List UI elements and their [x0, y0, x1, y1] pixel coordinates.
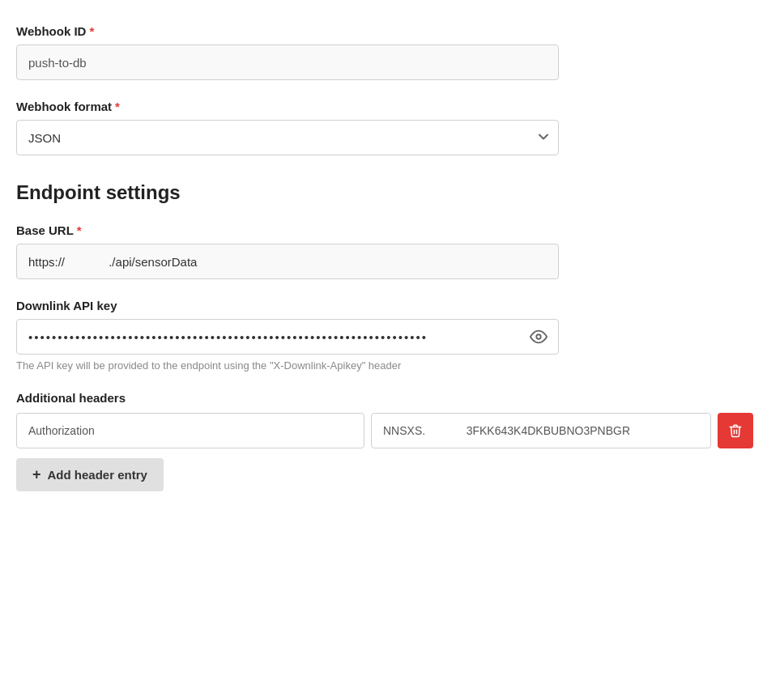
- base-url-input[interactable]: [16, 244, 559, 279]
- webhook-format-wrapper: JSON XML Plain Text: [16, 120, 559, 155]
- add-header-entry-button[interactable]: + Add header entry: [16, 458, 164, 491]
- webhook-format-label-text: Webhook format: [16, 100, 112, 113]
- base-url-required-star: *: [77, 223, 82, 237]
- additional-headers-label: Additional headers: [16, 391, 768, 405]
- downlink-api-key-wrapper: [16, 319, 559, 355]
- delete-header-button[interactable]: [718, 413, 753, 448]
- additional-headers-section: Additional headers + Add header entry: [16, 391, 768, 491]
- webhook-format-required-star: *: [115, 100, 120, 113]
- downlink-api-key-label: Downlink API key: [16, 299, 768, 312]
- webhook-id-required-star: *: [89, 24, 94, 38]
- trash-icon: [728, 423, 743, 438]
- base-url-label: Base URL *: [16, 223, 768, 237]
- base-url-section: Base URL *: [16, 223, 768, 279]
- downlink-api-key-label-text: Downlink API key: [16, 299, 117, 312]
- base-url-label-text: Base URL: [16, 223, 74, 237]
- webhook-format-section: Webhook format * JSON XML Plain Text: [16, 100, 768, 155]
- webhook-id-label-text: Webhook ID: [16, 24, 86, 38]
- webhook-format-label: Webhook format *: [16, 100, 768, 113]
- add-header-entry-label: Add header entry: [48, 468, 147, 482]
- plus-icon: +: [32, 466, 41, 483]
- webhook-id-input[interactable]: [16, 45, 559, 80]
- downlink-api-key-section: Downlink API key The API key will be pro…: [16, 299, 768, 372]
- header-row: [16, 413, 768, 448]
- webhook-id-label: Webhook ID *: [16, 24, 768, 38]
- webhook-id-section: Webhook ID *: [16, 24, 768, 80]
- header-key-input[interactable]: [16, 413, 364, 448]
- webhook-format-select[interactable]: JSON XML Plain Text: [16, 120, 559, 155]
- downlink-api-key-hint: The API key will be provided to the endp…: [16, 359, 559, 372]
- endpoint-settings-title: Endpoint settings: [16, 181, 768, 204]
- svg-point-0: [536, 334, 541, 339]
- endpoint-settings-section: Endpoint settings: [16, 181, 768, 204]
- eye-icon: [530, 328, 548, 346]
- downlink-api-key-input[interactable]: [16, 319, 559, 355]
- header-value-input[interactable]: [371, 413, 711, 448]
- toggle-password-visibility-button[interactable]: [526, 325, 551, 349]
